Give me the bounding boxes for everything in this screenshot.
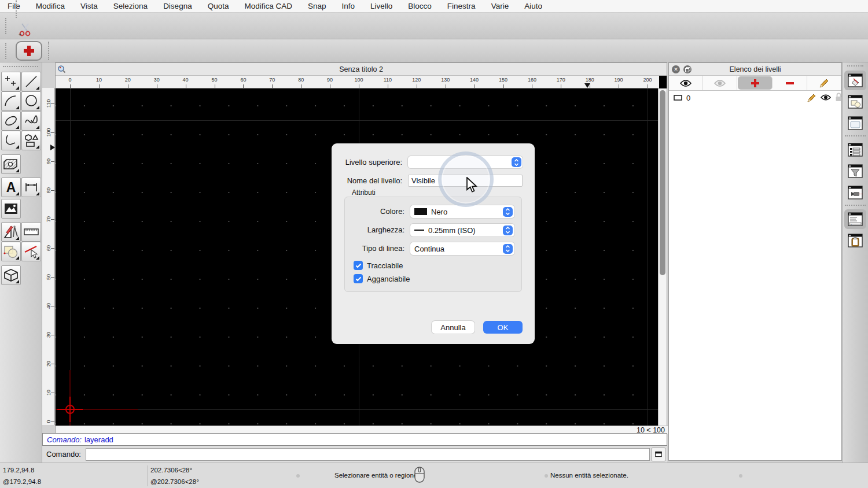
ok-button[interactable]: OK [483, 321, 523, 334]
add-layer-button[interactable] [738, 76, 772, 90]
plottable-checkbox[interactable] [354, 261, 363, 270]
h-ruler-label: 90 [327, 77, 333, 83]
snap-line-tool-button[interactable] [21, 242, 41, 261]
menu-aiuto[interactable]: Aiuto [524, 2, 542, 10]
lineweight-sample [414, 230, 424, 231]
cursor-y-marker [50, 145, 55, 150]
layer-list-panel-button[interactable] [844, 71, 866, 90]
vertical-scrollbar[interactable] [658, 88, 667, 426]
horizontal-scrollbar[interactable]: 10 < 100 [56, 426, 668, 434]
status-dot [296, 474, 300, 478]
tool-palette: A [0, 62, 42, 463]
menu-vista[interactable]: Vista [80, 2, 98, 10]
add-layer-button[interactable] [16, 41, 42, 61]
h-ruler-label: 110 [384, 77, 392, 83]
toolbar-drag-handle[interactable] [5, 18, 8, 34]
block-list-panel-button[interactable] [844, 92, 866, 112]
toolbar-drag-handle[interactable] [5, 43, 8, 59]
vertical-scrollbar-thumb[interactable] [660, 90, 665, 275]
lineweight-select[interactable]: 0.25mm (ISO) [410, 224, 514, 236]
menu-blocco[interactable]: Blocco [408, 2, 432, 10]
cad-tools-tool-button[interactable] [1, 222, 21, 242]
toolbar-separator [16, 0, 17, 18]
measurement-panel-button[interactable] [844, 183, 866, 202]
palette-drag-handle[interactable] [3, 66, 38, 68]
linetype-select[interactable]: Continua [410, 242, 514, 255]
status-bar: 179.2,94.8 @179.2,94.8 202.7306<28° @202… [0, 463, 868, 488]
cut-button[interactable]: + [12, 18, 38, 41]
command-history-value: layeradd [84, 435, 113, 444]
h-ruler-label: 130 [441, 77, 450, 83]
menu-seleziona[interactable]: Seleziona [113, 2, 148, 10]
show-all-layers-button[interactable] [669, 76, 703, 90]
menu-quota[interactable]: Quota [208, 2, 229, 10]
points-tool-button[interactable] [1, 72, 21, 91]
plottable-label: Tracciabile [367, 261, 403, 270]
h-ruler-label: 170 [557, 77, 565, 83]
action-hint: Selezionare entità o regione [334, 472, 417, 479]
menu-modifica-cad[interactable]: Modifica CAD [244, 2, 292, 10]
float-panel-icon[interactable] [683, 65, 692, 73]
h-ruler-label: 180 [586, 77, 594, 83]
h-ruler-label: 190 [615, 77, 623, 83]
snappable-checkbox[interactable] [354, 274, 363, 283]
main-toolbar: SVG++ [0, 13, 868, 39]
ellipse-tool-button[interactable] [1, 111, 21, 131]
hide-all-layers-button[interactable] [703, 76, 737, 90]
menu-disegna[interactable]: Disegna [163, 2, 192, 10]
hatch-tool-button[interactable] [1, 154, 21, 174]
svg-text:+: + [19, 32, 21, 37]
menu-modifica[interactable]: Modifica [36, 2, 65, 10]
solid-box-tool-button[interactable] [1, 265, 21, 285]
image-tool-button[interactable] [1, 199, 21, 219]
mouse-cursor [465, 177, 480, 195]
layer-row[interactable]: 0 [669, 91, 841, 105]
linetype-label: Tipo di linea: [347, 244, 404, 253]
add-layer-dialog: Livello superiore: Nome del livello: Vis… [332, 143, 535, 344]
ruler-tool-tool-button[interactable] [21, 222, 41, 242]
color-select[interactable]: Nero [410, 205, 514, 218]
dimension-tool-button[interactable] [21, 178, 41, 197]
layer-visibility-eye-icon[interactable] [821, 94, 831, 103]
h-ruler-label: 40 [183, 77, 189, 83]
edit-layer-button[interactable] [807, 76, 841, 90]
remove-layer-button[interactable] [773, 76, 807, 90]
polyline-tool-button[interactable] [1, 131, 21, 150]
dock-drag-handle[interactable] [847, 65, 863, 68]
shapes-tool-button[interactable] [21, 131, 41, 150]
menu-finestra[interactable]: Finestra [447, 2, 476, 10]
menu-info[interactable]: Info [342, 2, 355, 10]
command-panel-toggle-button[interactable] [651, 448, 666, 461]
close-icon[interactable]: ✕ [672, 65, 680, 73]
menu-varie[interactable]: Varie [491, 2, 509, 10]
menu-livello[interactable]: Livello [370, 2, 392, 10]
cancel-button[interactable]: Annulla [432, 321, 475, 334]
layer-panel-title: Elenco dei livelli [730, 65, 781, 73]
command-history-label: Comando: [47, 435, 82, 444]
library-browser-panel-button[interactable] [844, 113, 866, 133]
text-tool-button[interactable]: A [1, 178, 21, 197]
edit-layer-icon[interactable] [807, 93, 816, 105]
app-icon [57, 65, 66, 75]
selection-filter-panel-button[interactable] [844, 161, 866, 181]
command-prompt-label: Comando: [46, 450, 81, 459]
clipboard-panel-button[interactable] [844, 231, 866, 250]
h-ruler-label: 0 [68, 77, 71, 83]
arc-tool-button[interactable] [1, 91, 21, 111]
grid-meta-line [56, 120, 659, 121]
horizontal-ruler: 0102030405060708090100110120130140150160… [56, 76, 659, 88]
grid-meta-line [648, 88, 648, 426]
circle-tool-button[interactable] [21, 91, 41, 111]
h-ruler-label: 30 [154, 77, 160, 83]
modify-tool-button[interactable] [1, 242, 21, 261]
command-input[interactable] [86, 448, 650, 461]
property-editor-panel-button[interactable] [844, 140, 866, 160]
layer-swatch-icon [674, 94, 683, 101]
menu-snap[interactable]: Snap [308, 2, 326, 10]
line-tool-button[interactable] [21, 72, 41, 91]
drawing-window-titlebar[interactable]: Senza titolo 2 [56, 63, 667, 76]
command-line-panel-button[interactable]: > [844, 209, 866, 229]
select-stepper-icon [503, 225, 513, 235]
spline-tool-button[interactable] [21, 111, 41, 131]
color-swatch [414, 208, 427, 215]
